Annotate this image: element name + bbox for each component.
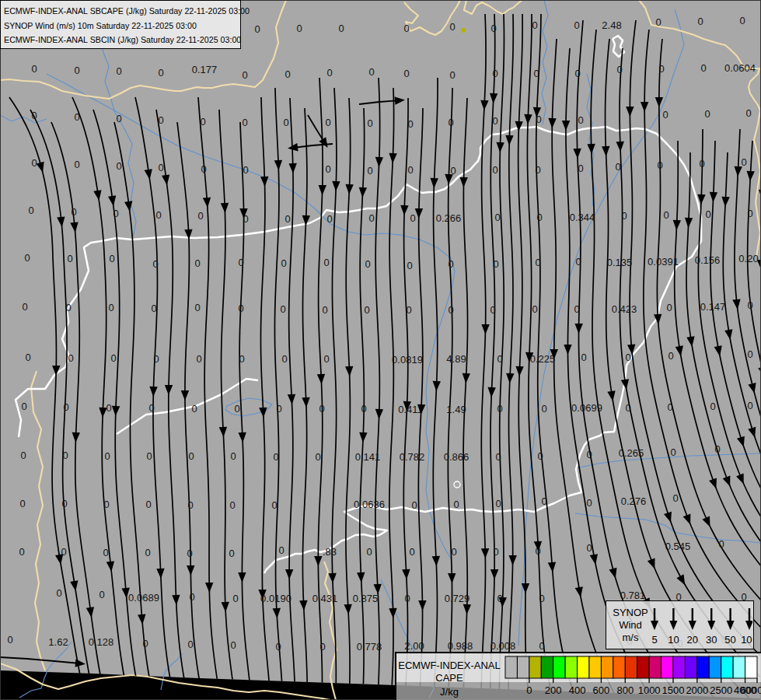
cin-value-label: 0.781 bbox=[620, 590, 646, 601]
cape-color-cell bbox=[613, 656, 625, 678]
title-line-sbcin: ECMWF-INDEX-ANAL SBCIN (J/kg) Saturday 2… bbox=[4, 33, 240, 47]
cape-color-cell bbox=[685, 656, 696, 678]
cin-value-label: 0.729 bbox=[445, 593, 470, 604]
wind-streamline bbox=[72, 97, 131, 700]
cin-value-label: 0.782 bbox=[400, 451, 425, 463]
title-box: ECMWF-INDEX-ANAL SBCAPE (J/kg) Saturday … bbox=[0, 0, 241, 49]
zero-value-label: 0 bbox=[364, 304, 369, 316]
cape-spot-marker bbox=[461, 28, 466, 33]
zero-value-label: 0 bbox=[116, 113, 121, 124]
cape-color-cell bbox=[578, 656, 589, 678]
streamline-arrowhead bbox=[431, 178, 438, 188]
zero-value-label: 0 bbox=[196, 353, 201, 365]
streamline-arrowhead bbox=[648, 558, 655, 569]
streamline-arrowhead bbox=[721, 197, 729, 207]
cape-color-cell bbox=[745, 656, 757, 678]
zero-value-label: 0 bbox=[108, 302, 113, 313]
zero-value-label: 0 bbox=[718, 538, 724, 550]
zero-value-label: 0 bbox=[230, 450, 236, 462]
streamline-arrowhead bbox=[203, 198, 211, 208]
streamline-arrowhead bbox=[359, 432, 367, 443]
cape-tick-label: 6000 bbox=[741, 684, 761, 696]
streamline-arrowhead bbox=[274, 160, 282, 170]
cin-value-label: 0.177 bbox=[192, 64, 218, 75]
zero-value-label: 0 bbox=[71, 206, 76, 218]
wind-speed-label: 30 bbox=[706, 634, 717, 646]
cin-value-label: 0.147 bbox=[700, 301, 726, 313]
streamline-arrowhead bbox=[319, 185, 326, 195]
wind-speed-label: 10 bbox=[668, 634, 679, 646]
zero-value-label: 0 bbox=[697, 16, 703, 27]
zero-value-label: 0 bbox=[449, 21, 455, 33]
zero-value-label: 0 bbox=[113, 208, 118, 219]
wind-speed-legend: SYNOP Wind m/s 510203050100 bbox=[606, 600, 754, 649]
zero-value-label: 0 bbox=[667, 401, 672, 413]
map-labels-layer: 0000000000000000000000000000000000000000… bbox=[7, 15, 758, 653]
zero-value-label: 0 bbox=[535, 164, 540, 176]
streamline-arrowhead bbox=[345, 366, 353, 376]
wind-streamline bbox=[508, 14, 513, 700]
streamline-arrowhead bbox=[515, 121, 522, 131]
streamline-arrowhead bbox=[93, 190, 101, 201]
zero-value-label: 0 bbox=[662, 109, 668, 121]
zero-value-label: 0 bbox=[361, 403, 366, 415]
zero-value-label: 0 bbox=[411, 499, 417, 511]
zero-value-label: 0 bbox=[625, 352, 630, 363]
wind-speed-label: 100 bbox=[741, 634, 752, 646]
wind-streamline bbox=[591, 30, 724, 700]
streamline-arrowhead bbox=[490, 569, 498, 579]
zero-value-label: 0 bbox=[28, 205, 33, 216]
cape-tick-label: 800 bbox=[616, 684, 634, 696]
wind-streamline bbox=[260, 97, 271, 700]
zero-value-label: 0 bbox=[283, 117, 288, 128]
cin-value-label: 0.866 bbox=[444, 451, 470, 463]
zero-value-label: 0 bbox=[187, 499, 193, 511]
down-arrow-icon bbox=[651, 621, 658, 630]
streamline-arrowhead bbox=[187, 565, 194, 576]
zero-value-label: 0 bbox=[453, 499, 459, 510]
streamline-arrowhead bbox=[299, 600, 307, 611]
zero-value-label: 0 bbox=[194, 257, 200, 269]
streamline-arrowhead bbox=[548, 118, 556, 128]
cape-tick-label: 1000 bbox=[638, 684, 661, 696]
zero-value-label: 0 bbox=[495, 498, 501, 509]
cin-value-label: 0.276 bbox=[621, 495, 647, 507]
zero-value-label: 0 bbox=[710, 401, 715, 412]
zero-value-label: 0 bbox=[410, 212, 415, 224]
streamline-arrowhead bbox=[106, 561, 114, 571]
zero-value-label: 0 bbox=[368, 66, 374, 78]
streamline-arrowhead bbox=[574, 324, 582, 334]
wind-streamline bbox=[318, 78, 323, 700]
cin-value-label: 0.0819 bbox=[392, 354, 423, 366]
zero-value-label: 0 bbox=[747, 400, 752, 411]
zero-value-label: 0 bbox=[229, 548, 234, 559]
streamline-arrowhead bbox=[748, 383, 756, 394]
zero-value-label: 0 bbox=[158, 162, 163, 173]
wind-streamline bbox=[156, 110, 189, 700]
streamline-arrowhead bbox=[490, 93, 497, 103]
zero-value-label: 0 bbox=[493, 546, 498, 558]
cin-value-label: 0.135 bbox=[607, 257, 633, 268]
zero-value-label: 0 bbox=[232, 593, 238, 604]
cin-value-label: 0.0604 bbox=[724, 62, 756, 74]
streamline-arrowhead bbox=[524, 114, 532, 124]
zero-value-label: 0 bbox=[103, 547, 108, 558]
zero-value-label: 0 bbox=[285, 213, 290, 225]
streamline-arrowhead bbox=[562, 121, 570, 131]
streamline-arrowhead bbox=[676, 574, 685, 585]
zero-value-label: 0 bbox=[403, 23, 409, 34]
cape-tick-label: 400 bbox=[569, 684, 586, 696]
streamline-arrowhead bbox=[70, 580, 78, 591]
zero-value-label: 0 bbox=[24, 252, 30, 264]
cape-color-cell bbox=[697, 656, 709, 678]
zero-value-label: 0 bbox=[672, 492, 678, 504]
zero-value-label: 0 bbox=[493, 258, 498, 270]
down-arrow-icon bbox=[669, 621, 677, 630]
zero-value-label: 0 bbox=[65, 302, 71, 313]
zero-value-label: 0 bbox=[273, 451, 278, 463]
cin-value-label: 0.265 bbox=[619, 447, 644, 459]
streamline-arrowhead bbox=[732, 299, 740, 309]
zero-value-label: 0 bbox=[189, 591, 194, 603]
cape-color-cell bbox=[517, 656, 529, 678]
streamline-arrowhead bbox=[508, 555, 516, 565]
